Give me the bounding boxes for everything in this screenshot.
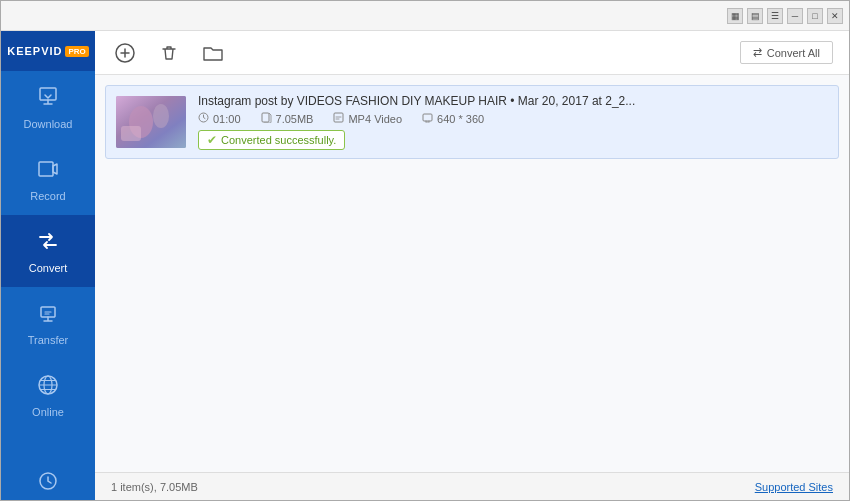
file-size-icon bbox=[261, 112, 272, 125]
delete-button[interactable] bbox=[155, 39, 183, 67]
menu-icon-btn[interactable]: ☰ bbox=[767, 8, 783, 24]
sidebar-transfer-label: Transfer bbox=[28, 334, 69, 346]
convert-all-label: Convert All bbox=[767, 47, 820, 59]
sidebar-item-download[interactable]: Download bbox=[1, 71, 95, 143]
supported-sites-link[interactable]: Supported Sites bbox=[755, 481, 833, 493]
grid-icon-btn[interactable]: ▦ bbox=[727, 8, 743, 24]
format-value: MP4 Video bbox=[348, 113, 402, 125]
sidebar-record-label: Record bbox=[30, 190, 65, 202]
convert-icon bbox=[36, 229, 60, 256]
format-icon bbox=[333, 112, 344, 125]
svg-rect-14 bbox=[423, 114, 432, 121]
resolution-value: 640 * 360 bbox=[437, 113, 484, 125]
resolution-icon bbox=[422, 112, 433, 125]
svg-point-9 bbox=[153, 104, 169, 128]
toolbar: ⇄ Convert All bbox=[95, 31, 849, 75]
title-bar: ▦ ▤ ☰ ─ □ ✕ bbox=[1, 1, 849, 31]
clock-meta-icon bbox=[198, 112, 209, 125]
size-value: 7.05MB bbox=[276, 113, 314, 125]
clock-icon[interactable] bbox=[1, 470, 95, 500]
file-list-area: Instagram post by VIDEOS FASHION DIY MAK… bbox=[95, 75, 849, 472]
sidebar-convert-label: Convert bbox=[29, 262, 68, 274]
duration-meta: 01:00 bbox=[198, 112, 241, 125]
transfer-icon bbox=[36, 301, 60, 328]
logo-text: KEEPVID bbox=[7, 45, 62, 57]
sidebar: KEEPVID PRO Download bbox=[1, 31, 95, 500]
download-icon bbox=[36, 85, 60, 112]
app-window: ▦ ▤ ☰ ─ □ ✕ KEEPVID PRO bbox=[0, 0, 850, 501]
sidebar-item-transfer[interactable]: Transfer bbox=[1, 287, 95, 359]
status-badge: ✔ Converted successfully. bbox=[198, 130, 345, 150]
check-icon: ✔ bbox=[207, 133, 217, 147]
file-item: Instagram post by VIDEOS FASHION DIY MAK… bbox=[105, 85, 839, 159]
status-text: Converted successfully. bbox=[221, 134, 336, 146]
right-panel: ⇄ Convert All bbox=[95, 31, 849, 500]
svg-rect-10 bbox=[121, 126, 141, 141]
file-thumbnail bbox=[116, 96, 186, 148]
resolution-meta: 640 * 360 bbox=[422, 112, 484, 125]
close-btn[interactable]: ✕ bbox=[827, 8, 843, 24]
file-meta: 01:00 7.05MB bbox=[198, 112, 828, 125]
sidebar-item-record[interactable]: Record bbox=[1, 143, 95, 215]
app-logo: KEEPVID PRO bbox=[1, 31, 95, 71]
convert-all-icon: ⇄ bbox=[753, 46, 762, 59]
sidebar-item-online[interactable]: Online bbox=[1, 359, 95, 431]
file-title: Instagram post by VIDEOS FASHION DIY MAK… bbox=[198, 94, 828, 108]
main-content: KEEPVID PRO Download bbox=[1, 31, 849, 500]
folder-button[interactable] bbox=[199, 39, 227, 67]
svg-rect-12 bbox=[262, 113, 269, 122]
file-info: Instagram post by VIDEOS FASHION DIY MAK… bbox=[198, 94, 828, 150]
status-bar: 1 item(s), 7.05MB Supported Sites bbox=[95, 472, 849, 500]
format-meta: MP4 Video bbox=[333, 112, 402, 125]
grid2-icon-btn[interactable]: ▤ bbox=[747, 8, 763, 24]
size-meta: 7.05MB bbox=[261, 112, 314, 125]
svg-rect-1 bbox=[39, 162, 53, 176]
maximize-btn[interactable]: □ bbox=[807, 8, 823, 24]
sidebar-download-label: Download bbox=[24, 118, 73, 130]
minimize-btn[interactable]: ─ bbox=[787, 8, 803, 24]
record-icon bbox=[36, 157, 60, 184]
status-info: 1 item(s), 7.05MB bbox=[111, 481, 198, 493]
sidebar-online-label: Online bbox=[32, 406, 64, 418]
add-button[interactable] bbox=[111, 39, 139, 67]
sidebar-item-convert[interactable]: Convert bbox=[1, 215, 95, 287]
convert-all-button[interactable]: ⇄ Convert All bbox=[740, 41, 833, 64]
online-icon bbox=[36, 373, 60, 400]
duration-value: 01:00 bbox=[213, 113, 241, 125]
svg-rect-13 bbox=[334, 113, 343, 122]
logo-pro-badge: PRO bbox=[65, 46, 88, 57]
